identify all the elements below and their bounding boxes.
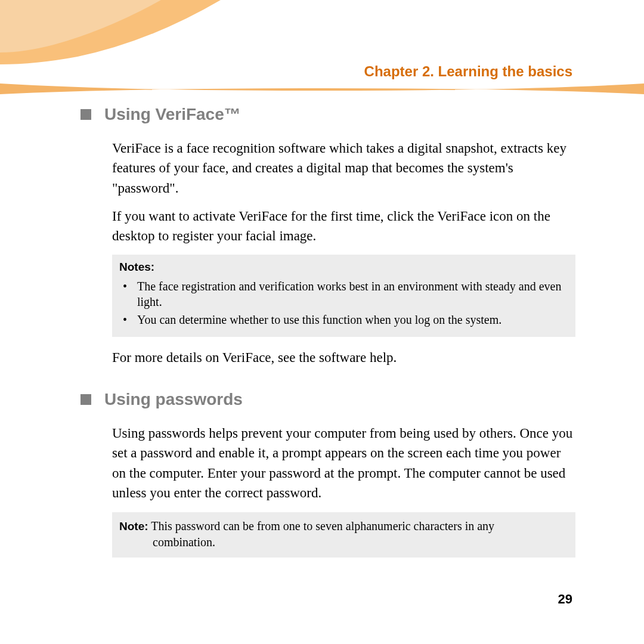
section-heading-passwords: Using passwords (80, 390, 575, 409)
chapter-title: Chapter 2. Learning the basics (364, 63, 572, 80)
bullet-icon: • (119, 278, 137, 309)
body-paragraph: If you want to activate VeriFace for the… (112, 206, 575, 246)
note-box: Note: This password can be from one to s… (112, 512, 575, 558)
section-heading-veriface: Using VeriFace™ (80, 105, 575, 124)
note-body: This password can be from one to seven a… (151, 519, 494, 532)
notes-box: Notes: • The face registration and verif… (112, 255, 575, 337)
section-title: Using VeriFace™ (104, 105, 241, 124)
bullet-icon: • (119, 312, 137, 327)
body-paragraph: VeriFace is a face recognition software … (112, 138, 575, 198)
body-paragraph: Using passwords helps prevent your compu… (112, 423, 575, 503)
note-text-continuation: combination. (119, 534, 568, 550)
page-number: 29 (558, 592, 572, 607)
notes-item: • The face registration and verification… (119, 278, 568, 309)
square-bullet-icon (80, 109, 91, 120)
page-header-decoration (0, 0, 644, 95)
notes-text: You can determine whether to use this fu… (137, 312, 568, 327)
section-title: Using passwords (104, 390, 243, 409)
note-label: Note: (119, 520, 148, 532)
notes-text: The face registration and verification w… (137, 278, 568, 309)
note-text: Note: This password can be from one to s… (119, 518, 568, 534)
notes-label: Notes: (119, 261, 568, 274)
notes-list: • The face registration and verification… (119, 278, 568, 327)
notes-item: • You can determine whether to use this … (119, 312, 568, 327)
page-content: Using VeriFace™ VeriFace is a face recog… (80, 100, 575, 558)
square-bullet-icon (80, 394, 91, 405)
body-paragraph: For more details on VeriFace, see the so… (112, 348, 575, 367)
